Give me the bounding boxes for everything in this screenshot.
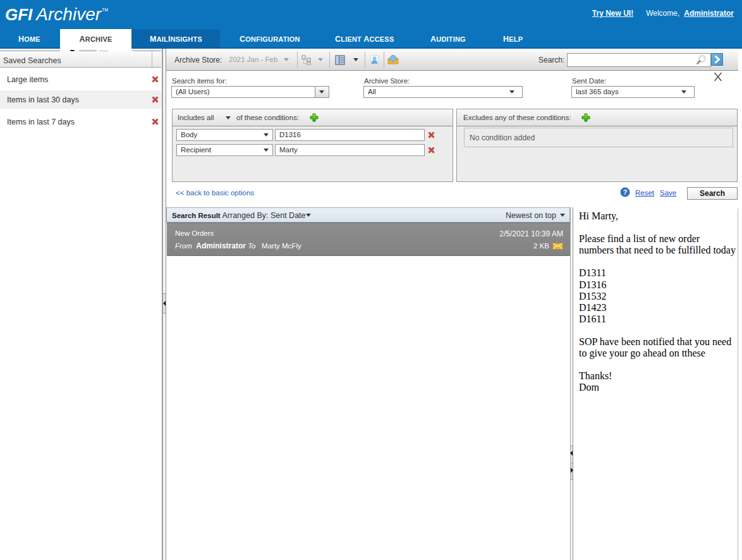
svg-text:?: ? [623,188,628,196]
